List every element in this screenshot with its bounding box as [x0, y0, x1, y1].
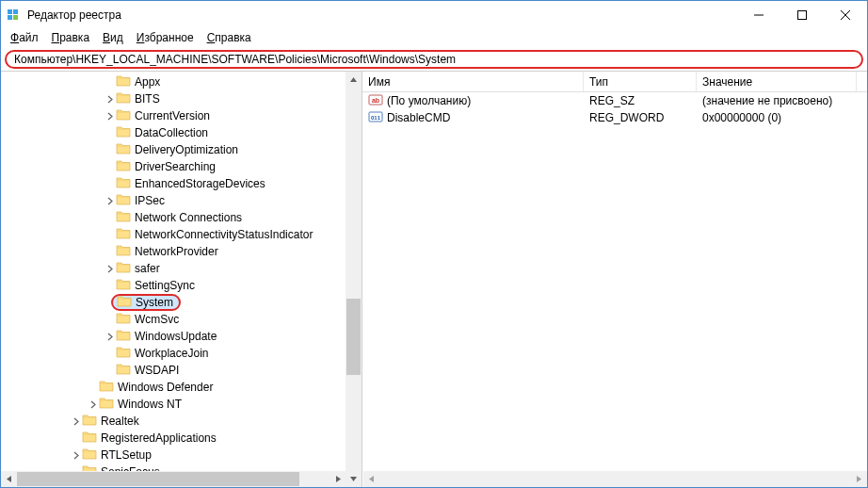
- tree-item[interactable]: Windows Defender: [1, 379, 346, 396]
- chevron-right-icon[interactable]: [103, 109, 116, 122]
- values-horizontal-scrollbar[interactable]: [363, 471, 867, 487]
- tree-item[interactable]: Appx: [1, 73, 346, 90]
- folder-icon: [116, 175, 135, 193]
- folder-icon: [116, 277, 135, 295]
- folder-icon: [82, 447, 101, 464]
- column-header-value[interactable]: Значение: [697, 72, 857, 91]
- tree-item-label: IPSec: [135, 194, 165, 207]
- window-controls: [737, 1, 867, 29]
- scroll-left-arrow-icon[interactable]: [1, 471, 17, 487]
- value-row[interactable]: ab(По умолчанию)REG_SZ(значение не присв…: [362, 92, 867, 109]
- menu-help[interactable]: Справка: [201, 30, 257, 45]
- chevron-right-icon[interactable]: [69, 415, 82, 428]
- tree-item[interactable]: DataCollection: [1, 124, 346, 141]
- svg-marker-8: [350, 77, 357, 82]
- chevron-right-icon[interactable]: [86, 398, 99, 411]
- value-type: REG_DWORD: [589, 111, 664, 124]
- value-type-icon: ab: [368, 92, 387, 110]
- tree-item[interactable]: WSDAPI: [1, 362, 346, 379]
- tree-item[interactable]: RegisteredApplications: [1, 430, 346, 447]
- scroll-thumb[interactable]: [346, 299, 361, 375]
- tree-item-label: EnhancedStorageDevices: [135, 177, 265, 190]
- folder-icon: [117, 294, 136, 312]
- addressbar-container: Компьютер\HKEY_LOCAL_MACHINE\SOFTWARE\Po…: [1, 48, 867, 71]
- menu-file[interactable]: Файл: [5, 30, 44, 45]
- scroll-track[interactable]: [346, 88, 362, 471]
- tree-item[interactable]: SettingSync: [1, 277, 346, 294]
- tree-item[interactable]: DriverSearching: [1, 158, 346, 175]
- tree-item[interactable]: WcmSvc: [1, 311, 346, 328]
- value-data: (значение не присвоено): [702, 94, 832, 107]
- tree-item[interactable]: CurrentVersion: [1, 107, 346, 124]
- svg-rect-5: [798, 11, 807, 20]
- folder-icon: [116, 345, 135, 363]
- main-area: AppxBITSCurrentVersionDataCollectionDeli…: [1, 71, 867, 487]
- chevron-right-icon[interactable]: [103, 92, 116, 106]
- tree-item[interactable]: NetworkConnectivityStatusIndicator: [1, 226, 346, 243]
- maximize-button[interactable]: [780, 1, 824, 29]
- tree-item[interactable]: safer: [1, 260, 346, 277]
- tree-item-label: RegisteredApplications: [101, 431, 217, 445]
- scroll-up-arrow-icon[interactable]: [346, 72, 362, 88]
- tree-item[interactable]: IPSec: [1, 192, 346, 209]
- tree-item[interactable]: Windows NT: [1, 396, 346, 413]
- menu-view[interactable]: Вид: [97, 30, 129, 45]
- column-header-type[interactable]: Тип: [584, 72, 697, 91]
- tree-horizontal-scrollbar[interactable]: [1, 471, 346, 487]
- values-list[interactable]: ab(По умолчанию)REG_SZ(значение не присв…: [362, 92, 867, 487]
- address-path: Компьютер\HKEY_LOCAL_MACHINE\SOFTWARE\Po…: [14, 53, 456, 66]
- menu-edit[interactable]: Правка: [46, 30, 96, 45]
- minimize-button[interactable]: [737, 1, 780, 29]
- tree-item-label: Windows Defender: [118, 381, 213, 394]
- scroll-track[interactable]: [379, 471, 851, 487]
- tree-item[interactable]: EnhancedStorageDevices: [1, 175, 346, 192]
- tree-item[interactable]: BITS: [1, 90, 346, 107]
- tree-item[interactable]: DeliveryOptimization: [1, 141, 346, 158]
- tree-item[interactable]: Realtek: [1, 413, 346, 430]
- close-button[interactable]: [824, 1, 867, 29]
- folder-icon: [116, 260, 135, 278]
- column-header-name[interactable]: Имя: [362, 72, 584, 91]
- tree-item[interactable]: RTLSetup: [1, 447, 346, 464]
- scroll-right-arrow-icon[interactable]: [330, 471, 346, 487]
- tree-item-label: WcmSvc: [135, 313, 179, 326]
- tree-item[interactable]: WorkplaceJoin: [1, 345, 346, 362]
- chevron-right-icon[interactable]: [103, 262, 116, 275]
- tree-item-label: DataCollection: [135, 126, 208, 139]
- value-type: REG_SZ: [589, 94, 635, 107]
- value-row[interactable]: 011DisableCMDREG_DWORD0x00000000 (0): [362, 109, 867, 126]
- svg-rect-0: [8, 9, 12, 14]
- tree-item-label: RTLSetup: [101, 448, 152, 462]
- value-name: DisableCMD: [387, 111, 450, 124]
- svg-marker-15: [336, 476, 341, 482]
- scroll-right-arrow-icon[interactable]: [851, 471, 867, 487]
- folder-icon: [99, 396, 118, 414]
- scroll-track[interactable]: [17, 471, 330, 487]
- tree-item[interactable]: NetworkProvider: [1, 243, 346, 260]
- address-bar[interactable]: Компьютер\HKEY_LOCAL_MACHINE\SOFTWARE\Po…: [5, 50, 863, 69]
- tree-item-label: Network Connections: [135, 211, 242, 224]
- chevron-right-icon[interactable]: [69, 448, 82, 462]
- folder-icon: [116, 90, 135, 108]
- tree-item[interactable]: WindowsUpdate: [1, 328, 346, 345]
- chevron-right-icon[interactable]: [103, 194, 116, 207]
- scroll-left-arrow-icon[interactable]: [363, 471, 379, 487]
- folder-icon: [116, 226, 135, 244]
- tree-vertical-scrollbar[interactable]: [346, 72, 362, 487]
- regedit-app-icon: [7, 8, 22, 23]
- value-type-icon: 011: [368, 109, 387, 127]
- tree-view[interactable]: AppxBITSCurrentVersionDataCollectionDeli…: [1, 72, 346, 487]
- menu-favorites[interactable]: Избранное: [131, 30, 200, 45]
- svg-text:011: 011: [371, 115, 381, 121]
- chevron-right-icon[interactable]: [103, 330, 116, 343]
- tree-item-label: BITS: [135, 92, 160, 106]
- tree-item[interactable]: System: [1, 294, 346, 311]
- scroll-thumb[interactable]: [17, 472, 299, 486]
- folder-icon: [116, 192, 135, 210]
- scroll-down-arrow-icon[interactable]: [346, 471, 362, 487]
- value-data: 0x00000000 (0): [702, 111, 781, 124]
- folder-icon: [116, 209, 135, 227]
- tree-item-label: NetworkConnectivityStatusIndicator: [135, 228, 313, 241]
- svg-marker-16: [369, 476, 374, 482]
- tree-item[interactable]: Network Connections: [1, 209, 346, 226]
